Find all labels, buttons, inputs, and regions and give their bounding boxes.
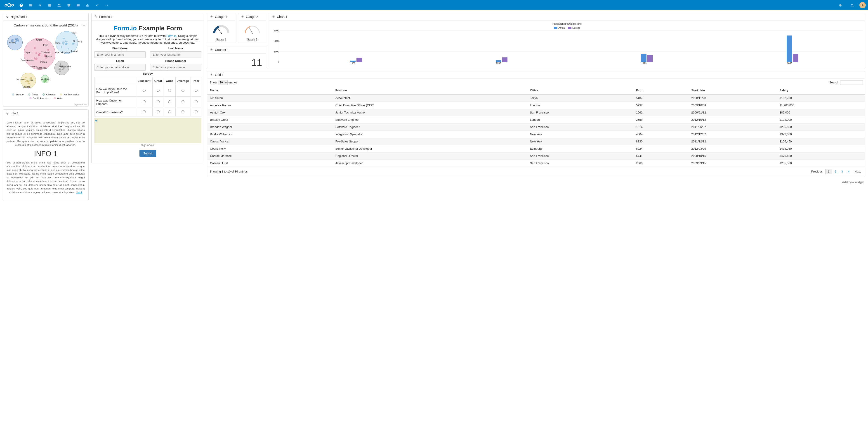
formio-link[interactable]: Form.io: [166, 34, 176, 37]
form-heading: Form.io Example Form: [94, 25, 202, 32]
nav-dashboard-icon[interactable]: [17, 1, 26, 10]
survey-radio[interactable]: [157, 100, 160, 103]
pager-page[interactable]: 1: [825, 169, 832, 174]
table-row[interactable]: Ashton CoxJunior Technical AuthorSan Fra…: [207, 109, 865, 116]
table-header[interactable]: Position: [333, 86, 527, 94]
survey-radio[interactable]: [143, 89, 146, 92]
survey-radio[interactable]: [195, 100, 197, 103]
widget-title: Chart 1: [277, 15, 287, 19]
chart-bar[interactable]: [786, 35, 792, 62]
chart-title: Carbon emissions around the world (2014): [6, 23, 86, 27]
table-header[interactable]: Extn.: [633, 86, 689, 94]
legend-item[interactable]: Africa: [554, 26, 565, 29]
survey-radio[interactable]: [143, 100, 146, 103]
table-row[interactable]: Bradley GreerSoftware EngineerLondon2558…: [207, 116, 865, 123]
pager-next[interactable]: Next: [852, 169, 863, 174]
nav-code-icon[interactable]: [102, 1, 111, 10]
chart-bar[interactable]: [356, 58, 362, 62]
x-tick: 1999: [571, 62, 717, 65]
table-row[interactable]: Caesar VancePre-Sales SupportNew York833…: [207, 138, 865, 145]
survey-radio[interactable]: [168, 100, 171, 103]
add-widget-button[interactable]: Add new widget: [207, 179, 865, 185]
nav-activity-icon[interactable]: [36, 1, 45, 10]
legend-item[interactable]: Africa: [28, 93, 38, 96]
widget-info: Info 1 Lorem ipsum dolor sit amet, conse…: [3, 110, 89, 200]
table-row[interactable]: Airi SatouAccountantTokyo54072008/11/28$…: [207, 94, 865, 102]
entries-select[interactable]: 10: [218, 80, 228, 85]
bubble-label: Brazil: [9, 41, 15, 43]
survey-radio[interactable]: [182, 100, 184, 103]
table-header[interactable]: Salary: [777, 86, 865, 94]
widget-form: Form.io 1 Form.io Example Form This is a…: [91, 13, 204, 163]
survey-radio[interactable]: [182, 110, 184, 113]
table-row[interactable]: Brielle WilliamsonIntegration Specialist…: [207, 131, 865, 138]
survey-radio[interactable]: [168, 110, 171, 113]
gauge-label: Gauge 1: [209, 38, 233, 41]
chart-bar[interactable]: [502, 57, 507, 62]
pager-page[interactable]: 2: [833, 169, 839, 174]
chart-bar[interactable]: [641, 54, 647, 62]
table-row[interactable]: Cedric KellySenior Javascript DeveloperE…: [207, 145, 865, 152]
survey-radio[interactable]: [157, 110, 160, 113]
survey-radio[interactable]: [143, 110, 146, 113]
bubble-label: China: [36, 39, 42, 41]
bubble-chart[interactable]: BrazilItalyGermanyTurkeyUnited KingdomPo…: [6, 29, 86, 92]
survey-radio[interactable]: [157, 89, 160, 92]
table-row[interactable]: Angelica RamosChief Executive Officer (C…: [207, 102, 865, 109]
notifications-icon[interactable]: [836, 1, 845, 10]
bubble-label: USA: [29, 79, 34, 82]
last-name-input[interactable]: [150, 51, 202, 58]
chart-bar[interactable]: [496, 60, 501, 62]
survey-radio[interactable]: [168, 89, 171, 92]
chart-bar[interactable]: [793, 54, 798, 62]
bubble-label: Indonesia: [37, 66, 46, 69]
first-name-input[interactable]: [94, 51, 146, 58]
submit-button[interactable]: Submit: [140, 150, 156, 157]
table-header[interactable]: Office: [527, 86, 633, 94]
info-link[interactable]: Link1: [76, 191, 82, 194]
pager-page[interactable]: 3: [839, 169, 845, 174]
svg-point-2: [12, 4, 13, 6]
bar-chart-legend: AfricaEurope: [272, 26, 862, 29]
pager-page[interactable]: 4: [846, 169, 852, 174]
table-row[interactable]: Charde MarshallRegional DirectorSan Fran…: [207, 152, 865, 160]
legend-item[interactable]: Oceania: [42, 93, 55, 96]
svg-point-1: [8, 3, 11, 6]
table-header[interactable]: Name: [207, 86, 333, 94]
phone-label: Phone Number: [150, 59, 202, 63]
avatar[interactable]: A: [860, 2, 866, 8]
chart-menu-icon[interactable]: [83, 23, 86, 27]
signature-pad[interactable]: ⟳: [94, 118, 202, 143]
pager-prev[interactable]: Previous: [809, 169, 825, 174]
bar-chart: 0100020003000: [280, 31, 862, 62]
legend-item[interactable]: Europe: [568, 26, 580, 29]
chart-bar[interactable]: [350, 61, 355, 62]
nav-contacts-icon[interactable]: [55, 1, 64, 10]
contacts-menu-icon[interactable]: [848, 1, 857, 10]
nav-gallery-icon[interactable]: [45, 1, 54, 10]
survey-radio[interactable]: [195, 89, 197, 92]
nav-deck-icon[interactable]: [74, 1, 83, 10]
survey-radio[interactable]: [195, 110, 197, 113]
phone-input[interactable]: [150, 64, 202, 70]
survey-radio[interactable]: [182, 89, 184, 92]
legend-item[interactable]: South America: [29, 97, 49, 99]
nav-analytics-icon[interactable]: [83, 1, 92, 10]
search-input[interactable]: [840, 80, 863, 85]
chart-bar[interactable]: [647, 55, 653, 62]
signature-refresh-icon[interactable]: ⟳: [95, 119, 97, 122]
table-row[interactable]: Brenden WagnerSoftware EngineerSan Franc…: [207, 123, 865, 131]
nav-files-icon[interactable]: [26, 1, 35, 10]
nav-tasks-icon[interactable]: [93, 1, 102, 10]
legend-item[interactable]: Europe: [12, 93, 24, 96]
bubble-label: Mexico: [17, 78, 24, 81]
table-row[interactable]: Colleen HurstJavascript DeveloperSan Fra…: [207, 160, 865, 167]
legend-item[interactable]: Asia: [54, 97, 62, 99]
email-input[interactable]: [94, 64, 146, 70]
logo[interactable]: [2, 1, 16, 9]
legend-item[interactable]: North America: [60, 93, 79, 96]
survey-col: Average: [176, 77, 191, 85]
nav-favorites-icon[interactable]: [64, 1, 73, 10]
table-header[interactable]: Start date: [688, 86, 777, 94]
x-tick: 2050: [717, 62, 862, 65]
